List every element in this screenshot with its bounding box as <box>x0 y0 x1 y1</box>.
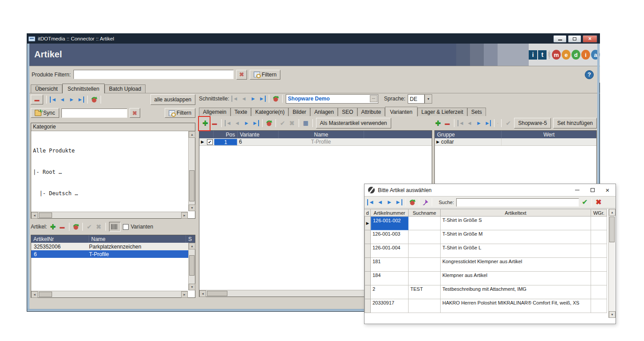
nav-first-button[interactable]: ◄ <box>50 96 57 103</box>
dialog-last-button[interactable]: ► <box>395 199 402 205</box>
remove-variante-button[interactable]: ▬ <box>211 120 218 126</box>
scroll-thumb[interactable] <box>609 217 615 242</box>
variante-active-checkbox[interactable]: ✔ <box>207 139 213 145</box>
variante-cell[interactable]: 6 <box>237 139 278 145</box>
artikel-vscrollbar[interactable]: ▲ ▼ <box>188 243 195 290</box>
category-filter-input[interactable] <box>61 108 127 118</box>
remove-artikel-button[interactable]: ▬ <box>59 224 66 230</box>
maximize-button[interactable] <box>568 35 581 43</box>
dialog-minimize-button[interactable] <box>570 185 585 196</box>
remove-set-button[interactable]: ▬ <box>444 120 451 126</box>
clear-category-filter-button[interactable]: ✖ <box>130 108 140 118</box>
dialog-close-button[interactable]: × <box>600 185 615 196</box>
tab-kategorien[interactable]: Kategorie(n) <box>251 108 288 116</box>
scroll-thumb[interactable] <box>39 292 52 297</box>
column-wgr[interactable]: WGr. <box>591 209 607 217</box>
tab-allgemein[interactable]: Allgemein <box>199 108 231 116</box>
tree-item[interactable]: |- Deutsch … <box>33 190 187 197</box>
artikel-hscrollbar[interactable]: ◄ ► <box>31 291 188 297</box>
clear-filter-button[interactable]: ✖ <box>236 70 247 80</box>
pos-cell[interactable]: 1 <box>214 139 237 145</box>
dialog-row[interactable]: 184 Klempner aus Artikel <box>365 272 616 285</box>
tab-sets[interactable]: Sets <box>467 108 486 116</box>
tree-item[interactable]: Alle Produkte <box>33 147 187 154</box>
scroll-thumb[interactable] <box>189 255 194 276</box>
kategorie-tree[interactable]: Alle Produkte |- Root … |- Deutsch … |- … <box>33 133 187 211</box>
barcode-button[interactable] <box>109 222 121 232</box>
schnittstelle-field[interactable]: Shopware Demo ... <box>286 94 378 104</box>
scroll-thumb[interactable] <box>39 213 52 218</box>
gruppe-cell[interactable]: collar <box>441 138 502 145</box>
confirm-icon[interactable]: ✔ <box>505 120 512 126</box>
scroll-right-icon[interactable]: ► <box>181 212 188 219</box>
refresh-icon[interactable] <box>272 96 279 102</box>
dialog-prev-button[interactable]: ◄ <box>377 199 384 205</box>
set-row[interactable]: ▶ collar <box>435 138 596 146</box>
shopware5-button[interactable]: Shopware-5 <box>514 118 551 128</box>
set-prev-button[interactable]: ◄ <box>466 120 473 126</box>
refresh-icon[interactable] <box>73 224 79 230</box>
add-artikel-button[interactable]: ✚ <box>49 224 57 230</box>
set-last-button[interactable]: ► <box>485 120 491 126</box>
scroll-thumb[interactable] <box>207 291 227 296</box>
variante-prev-button[interactable]: ◄ <box>234 120 241 126</box>
expand-all-button[interactable]: alle ausklappen <box>150 94 195 105</box>
column-artikelnr[interactable]: ArtikelNr <box>31 235 89 243</box>
dialog-row-selected[interactable]: ▶ 126-001-002 T-Shirt in Größe S <box>365 217 616 230</box>
refresh-icon[interactable] <box>91 96 97 103</box>
table-view-icon[interactable]: ▦ <box>302 120 309 126</box>
browse-button[interactable]: ... <box>370 95 377 102</box>
scroll-down-icon[interactable]: ▼ <box>189 284 195 290</box>
dialog-row[interactable]: 126-001-003 T-Shirt in Größe M <box>365 230 616 244</box>
close-button[interactable]: × <box>583 35 597 43</box>
filtern-button[interactable]: Filtern <box>250 70 280 80</box>
remove-category-button[interactable]: ▬ <box>31 95 43 104</box>
nav-prev-button[interactable]: ◄ <box>59 96 66 103</box>
dialog-row[interactable]: 181 Kongressticktet Klempner aus Artikel <box>365 258 616 272</box>
add-set-button[interactable]: ✚ <box>434 120 441 126</box>
column-artikelnummer[interactable]: Artikelnummer <box>371 209 409 217</box>
variante-first-button[interactable]: ◄ <box>225 120 231 126</box>
scroll-down-icon[interactable]: ▼ <box>189 205 195 211</box>
column-variante[interactable]: Variante <box>238 131 279 138</box>
scroll-left-icon[interactable]: ◄ <box>31 291 38 298</box>
tab-uebersicht[interactable]: Übersicht <box>31 84 62 93</box>
masterartikel-button[interactable]: Als Masterartikel verwenden <box>316 118 391 128</box>
help-button[interactable]: ? <box>585 70 594 79</box>
dialog-row[interactable]: 2 TEST Testbeschreibung mit Attachment, … <box>365 285 616 299</box>
schnittstelle-last-button[interactable]: ► <box>259 96 266 102</box>
suche-input[interactable] <box>456 198 579 207</box>
column-d[interactable]: d <box>365 209 371 217</box>
add-variante-button[interactable]: ✚ <box>202 120 209 126</box>
sync-button[interactable]: Sync <box>31 108 59 118</box>
tree-item[interactable]: |- Root … <box>33 168 187 176</box>
column-name[interactable]: Name <box>89 235 186 243</box>
scroll-up-icon[interactable]: ▲ <box>189 131 195 138</box>
sprache-select[interactable]: DE ▼ <box>408 94 432 104</box>
scroll-left-icon[interactable]: ◄ <box>31 212 38 219</box>
dialog-row[interactable]: 20330917 HAKRO Herren Poloshirt MIKRALIN… <box>365 299 616 313</box>
scroll-up-icon[interactable]: ▲ <box>189 243 195 249</box>
kategorie-vscrollbar[interactable]: ▲ ▼ <box>188 131 195 211</box>
column-name[interactable]: Name <box>279 131 364 138</box>
confirm-icon[interactable]: ✔ <box>86 224 93 230</box>
tab-schnittstellen[interactable]: Schnittstellen <box>62 84 105 93</box>
scroll-left-icon[interactable]: ◄ <box>199 290 206 297</box>
column-artikeltext[interactable]: Artikeltext <box>441 209 591 217</box>
refresh-icon[interactable] <box>409 199 416 206</box>
dialog-vscrollbar[interactable]: ▲ ▼ <box>608 209 615 318</box>
column-gruppe[interactable]: Gruppe <box>435 131 502 138</box>
dialog-row[interactable]: 126-001-004 T-Shirt in Größe L <box>365 244 616 258</box>
tab-anlagen[interactable]: Anlagen <box>310 108 338 116</box>
kategorie-hscrollbar[interactable]: ◄ ► <box>31 212 188 218</box>
name-cell[interactable]: T-Profile <box>278 139 364 145</box>
tab-texte[interactable]: Texte <box>231 108 251 116</box>
tab-attribute[interactable]: Attribute <box>357 108 385 116</box>
minimize-button[interactable] <box>553 35 567 43</box>
nav-last-button[interactable]: ► <box>77 96 84 103</box>
dialog-first-button[interactable]: ◄ <box>367 199 374 205</box>
discard-icon[interactable]: ✖ <box>288 120 296 126</box>
dialog-ok-button[interactable]: ✔ <box>581 199 588 205</box>
column-extra[interactable]: S <box>186 235 195 243</box>
dialog-cancel-button[interactable]: ✖ <box>595 199 602 205</box>
